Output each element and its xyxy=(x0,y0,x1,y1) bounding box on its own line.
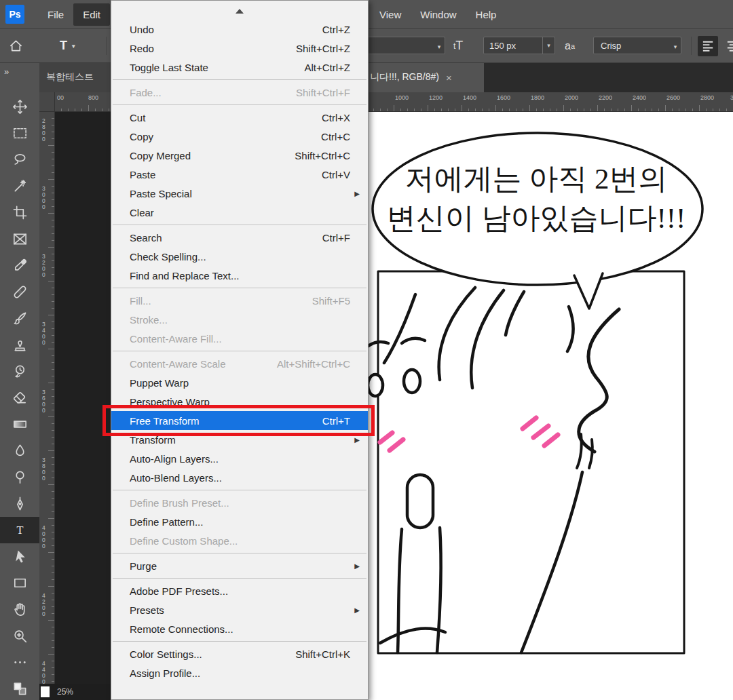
lasso-tool[interactable] xyxy=(0,147,39,173)
frame-tool[interactable] xyxy=(0,226,39,252)
chevron-down-icon[interactable]: ▾ xyxy=(542,37,555,54)
menu-item-label: Fill... xyxy=(130,295,151,307)
document-tab-active[interactable]: 니다!!!, RGB/8#)× xyxy=(369,62,484,92)
ruler-tick xyxy=(52,322,54,322)
menu-separator xyxy=(113,641,366,642)
path-selection-tool[interactable] xyxy=(0,543,39,570)
bubble-text-line1: 저에게는 아직 2번의 xyxy=(405,163,668,195)
ruler-tick xyxy=(52,138,54,139)
menu-item-undo[interactable]: UndoCtrl+Z xyxy=(111,20,368,39)
home-button[interactable] xyxy=(8,29,24,62)
menu-item-assign-profile[interactable]: Assign Profile... xyxy=(111,663,368,682)
menu-item-copy-merged[interactable]: Copy MergedShift+Ctrl+C xyxy=(111,146,368,165)
pen-tool[interactable] xyxy=(0,490,39,517)
vertical-ruler[interactable]: 2 8 0 03 0 0 03 2 0 03 4 0 03 6 0 03 8 0… xyxy=(39,111,55,700)
menu-item-copy[interactable]: CopyCtrl+C xyxy=(111,127,368,146)
menu-view[interactable]: View xyxy=(370,3,411,26)
menu-separator xyxy=(113,351,366,351)
ruler-label: 00 xyxy=(57,94,64,101)
menu-item-search[interactable]: SearchCtrl+F xyxy=(111,228,368,247)
marquee-tool[interactable] xyxy=(0,120,39,147)
crop-icon xyxy=(12,205,28,220)
ruler-tick xyxy=(421,109,421,111)
menu-item-check-spelling[interactable]: Check Spelling... xyxy=(111,247,368,266)
menu-item-find-and-replace-text[interactable]: Find and Replace Text... xyxy=(111,266,368,285)
tool-preset-picker[interactable]: T ▾ xyxy=(60,29,75,62)
brush-tool[interactable] xyxy=(0,305,39,332)
menu-item-define-pattern[interactable]: Define Pattern... xyxy=(111,512,368,531)
document-canvas[interactable]: 저에게는 아직 2번의 변신이 남아있습니다!!! xyxy=(369,111,733,700)
ruler-tick xyxy=(52,437,54,438)
ruler-label: 1800 xyxy=(531,94,544,101)
align-left-button[interactable] xyxy=(698,36,718,56)
smudge-icon xyxy=(12,443,28,459)
menu-item-paste[interactable]: PasteCtrl+V xyxy=(111,165,368,184)
gradient-tool[interactable] xyxy=(0,411,39,438)
ruler-tick xyxy=(631,105,632,111)
healing-brush-tool[interactable] xyxy=(0,279,39,305)
zoom-tool[interactable] xyxy=(0,623,39,649)
ruler-tick xyxy=(52,254,54,254)
type-tool[interactable]: T xyxy=(0,517,39,543)
menu-item-toggle-last-state[interactable]: Toggle Last StateAlt+Ctrl+Z xyxy=(111,58,368,77)
menu-item-label: Free Transform xyxy=(130,415,200,427)
quick-selection-tool[interactable] xyxy=(0,173,39,199)
menu-item-auto-blend-layers[interactable]: Auto-Blend Layers... xyxy=(111,468,368,487)
menu-item-color-settings[interactable]: Color Settings...Shift+Ctrl+K xyxy=(111,644,368,663)
zoom-level-field[interactable]: 25% xyxy=(57,687,73,697)
menu-item-perspective-warp[interactable]: Perspective Warp xyxy=(111,392,368,411)
menu-item-cut[interactable]: CutCtrl+X xyxy=(111,108,368,127)
ruler-tick xyxy=(52,674,54,675)
rectangle-tool[interactable] xyxy=(0,570,39,596)
dodge-tool[interactable] xyxy=(0,464,39,490)
move-tool[interactable] xyxy=(0,94,39,120)
menu-item-purge[interactable]: Purge▶ xyxy=(111,556,368,575)
photoshop-logo[interactable]: Ps xyxy=(5,5,24,24)
edit-toolbar-tool[interactable] xyxy=(0,649,39,676)
menu-scroll-up[interactable] xyxy=(111,2,368,20)
menu-item-label: Auto-Blend Layers... xyxy=(130,472,222,484)
menu-window[interactable]: Window xyxy=(411,3,466,26)
font-size-dropdown[interactable]: 150 px ▾ xyxy=(483,37,555,54)
submenu-arrow-icon: ▶ xyxy=(354,436,361,444)
ruler-tick xyxy=(604,109,605,111)
menu-item-auto-align-layers[interactable]: Auto-Align Layers... xyxy=(111,449,368,468)
ruler-label: 2000 xyxy=(565,94,578,101)
ruler-tick xyxy=(577,109,578,111)
menu-item-label: Assign Profile... xyxy=(130,667,200,679)
font-style-dropdown[interactable]: ▾ xyxy=(358,37,445,54)
menu-item-label: Define Pattern... xyxy=(130,516,203,528)
menu-edit[interactable]: Edit xyxy=(73,3,110,26)
ruler-tick xyxy=(52,498,54,499)
color-swatches-tool[interactable] xyxy=(0,676,39,700)
menu-item-puppet-warp[interactable]: Puppet Warp xyxy=(111,373,368,392)
eraser-tool[interactable] xyxy=(0,385,39,411)
status-corner-box xyxy=(41,686,50,697)
menu-help[interactable]: Help xyxy=(466,3,506,26)
menu-item-remote-connections[interactable]: Remote Connections... xyxy=(111,619,368,638)
clone-stamp-tool[interactable] xyxy=(0,332,39,358)
home-icon xyxy=(8,38,24,54)
collapse-panel-button[interactable]: » xyxy=(0,62,39,77)
menu-item-adobe-pdf-presets[interactable]: Adobe PDF Presets... xyxy=(111,581,368,600)
ruler-tick xyxy=(52,667,54,668)
tab-close-icon[interactable]: × xyxy=(446,72,452,83)
menu-item-paste-special[interactable]: Paste Special▶ xyxy=(111,184,368,203)
menu-separator xyxy=(113,490,366,490)
menu-file[interactable]: File xyxy=(38,3,73,26)
anti-alias-dropdown[interactable]: Crisp ▾ xyxy=(593,37,681,54)
menu-item-presets[interactable]: Presets▶ xyxy=(111,600,368,619)
menu-item-fill: Fill...Shift+F5 xyxy=(111,291,368,310)
ruler-label: 2600 xyxy=(666,94,680,101)
smudge-tool[interactable] xyxy=(0,438,39,464)
menu-item-redo[interactable]: RedoShift+Ctrl+Z xyxy=(111,39,368,58)
crop-tool[interactable] xyxy=(0,199,39,226)
align-center-button[interactable] xyxy=(722,36,733,56)
tools-panel: » T xyxy=(0,62,39,700)
menu-item-transform[interactable]: Transform▶ xyxy=(111,430,368,449)
history-brush-tool[interactable] xyxy=(0,358,39,385)
hand-tool[interactable] xyxy=(0,596,39,623)
eyedropper-tool[interactable] xyxy=(0,252,39,279)
menu-item-free-transform[interactable]: Free TransformCtrl+T xyxy=(111,411,368,430)
menu-item-clear[interactable]: Clear xyxy=(111,203,368,222)
